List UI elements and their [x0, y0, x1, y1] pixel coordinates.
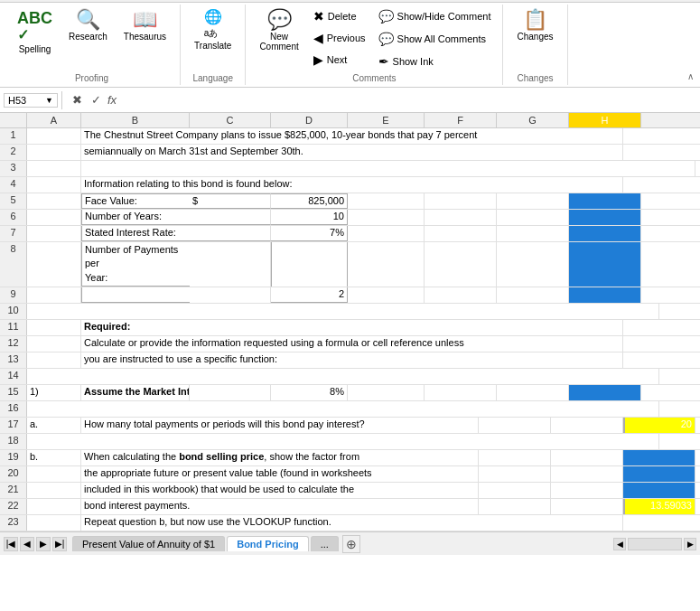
- cell-6b[interactable]: Number of Years:: [81, 210, 190, 225]
- cell-8f[interactable]: [425, 242, 497, 287]
- cell-8g[interactable]: [497, 242, 569, 287]
- cell-9e[interactable]: [348, 287, 425, 303]
- dropdown-icon[interactable]: ▼: [45, 96, 53, 105]
- cell-13-span[interactable]: you are instructed to use a specific fun…: [81, 352, 623, 368]
- cell-5c[interactable]: $: [190, 193, 271, 209]
- cell-9c[interactable]: [190, 287, 271, 303]
- cell-20-span[interactable]: the appropriate future or present value …: [81, 466, 479, 482]
- cell-6f[interactable]: [425, 210, 497, 225]
- cell-20g[interactable]: [551, 466, 623, 482]
- cell-6d[interactable]: 10: [271, 210, 348, 225]
- cell-2-span[interactable]: semiannually on March 31st and September…: [81, 145, 623, 160]
- tab-bond-pricing[interactable]: Bond Pricing: [227, 536, 308, 551]
- cell-14-span[interactable]: [27, 369, 659, 384]
- col-header-f[interactable]: F: [425, 113, 497, 127]
- cell-22h[interactable]: 13.59033: [623, 499, 695, 514]
- cell-19f[interactable]: [479, 450, 551, 465]
- cell-7g[interactable]: [497, 226, 569, 241]
- cell-21f[interactable]: [479, 483, 551, 498]
- cell-9b[interactable]: [81, 287, 190, 303]
- cell-6e[interactable]: [348, 210, 425, 225]
- cell-15g[interactable]: [497, 385, 569, 400]
- next-button[interactable]: ▶ Next: [309, 50, 370, 70]
- cell-12a[interactable]: [27, 336, 81, 352]
- cell-19h[interactable]: [623, 450, 695, 465]
- cell-7c[interactable]: [190, 226, 271, 241]
- col-header-e[interactable]: E: [348, 113, 425, 127]
- col-header-b[interactable]: B: [81, 113, 190, 127]
- cell-6g[interactable]: [497, 210, 569, 225]
- cell-22-span[interactable]: bond interest payments.: [81, 499, 479, 514]
- thesaurus-button[interactable]: 📖 Thesaurus: [117, 6, 173, 45]
- cell-23a[interactable]: [27, 515, 81, 531]
- cell-7h[interactable]: [569, 226, 641, 241]
- show-all-button[interactable]: 💬 Show All Comments: [374, 29, 496, 49]
- cell-11a[interactable]: [27, 320, 81, 335]
- cell-22g[interactable]: [551, 499, 623, 514]
- cell-9f[interactable]: [425, 287, 497, 303]
- cell-23-span[interactable]: Repeat question b, but now use the VLOOK…: [81, 515, 623, 531]
- cell-8c[interactable]: [190, 242, 271, 287]
- cell-15d[interactable]: 8%: [271, 385, 348, 400]
- cell-22a[interactable]: [27, 499, 81, 514]
- cell-5d[interactable]: 825,000: [271, 193, 348, 209]
- cell-8b[interactable]: Number of Payments perYear:: [81, 242, 190, 287]
- cell-15e[interactable]: [348, 385, 425, 400]
- cell-21g[interactable]: [551, 483, 623, 498]
- cell-15b[interactable]: Assume the Market Interest Rate is:: [81, 385, 190, 400]
- cell-15f[interactable]: [425, 385, 497, 400]
- cell-reference[interactable]: H53 ▼: [4, 93, 58, 108]
- cell-21-span[interactable]: included in this workbook) that would be…: [81, 483, 479, 498]
- translate-button[interactable]: 🌐aあ Translate: [188, 6, 238, 54]
- previous-button[interactable]: ◀ Previous: [309, 28, 370, 48]
- cell-7b[interactable]: Stated Interest Rate:: [81, 226, 190, 241]
- cell-10-span[interactable]: [27, 304, 659, 319]
- cell-7d[interactable]: 7%: [271, 226, 348, 241]
- cell-9g[interactable]: [497, 287, 569, 303]
- research-button[interactable]: 🔍 Research: [62, 6, 114, 45]
- confirm-formula-button[interactable]: ✓: [89, 92, 104, 108]
- cell-5f[interactable]: [425, 193, 497, 209]
- cell-15a[interactable]: 1): [27, 385, 81, 400]
- cell-3a[interactable]: [27, 161, 81, 176]
- cell-17f[interactable]: [479, 418, 551, 433]
- formula-input[interactable]: [126, 95, 696, 106]
- scroll-left[interactable]: ◀: [613, 538, 626, 550]
- cell-1-span[interactable]: The Chestnut Street Company plans to iss…: [81, 128, 623, 144]
- cell-9a[interactable]: [27, 287, 81, 303]
- cell-4-span[interactable]: Information relating to this bond is fou…: [81, 177, 623, 193]
- cell-19a[interactable]: b.: [27, 450, 81, 465]
- show-ink-button[interactable]: ✒ Show Ink: [374, 52, 496, 71]
- cell-13a[interactable]: [27, 352, 81, 368]
- cell-6h[interactable]: [569, 210, 641, 225]
- cell-5h[interactable]: [569, 193, 641, 209]
- tab-nav-first[interactable]: |◀: [4, 537, 18, 551]
- cell-21a[interactable]: [27, 483, 81, 498]
- cell-5a[interactable]: [27, 193, 81, 209]
- cell-8h[interactable]: [569, 242, 641, 287]
- cell-6c[interactable]: [190, 210, 271, 225]
- cell-19-span[interactable]: When calculating the bond selling price,…: [81, 450, 479, 465]
- cell-1a[interactable]: [27, 128, 81, 144]
- cell-8d[interactable]: [271, 242, 348, 287]
- changes-button[interactable]: 📋 Changes: [510, 6, 559, 45]
- tab-annuity[interactable]: Present Value of Annuity of $1: [72, 536, 225, 551]
- cell-20h[interactable]: [623, 466, 695, 482]
- cell-2a[interactable]: [27, 145, 81, 160]
- cell-18-span[interactable]: [27, 434, 659, 449]
- cell-7e[interactable]: [348, 226, 425, 241]
- cell-20a[interactable]: [27, 466, 81, 482]
- cell-16-span[interactable]: [27, 401, 659, 417]
- ribbon-collapse-button[interactable]: ∧: [687, 5, 696, 85]
- cell-19g[interactable]: [551, 450, 623, 465]
- cell-17h[interactable]: 20: [623, 418, 695, 433]
- cell-5b[interactable]: Face Value:: [81, 193, 190, 209]
- cell-5g[interactable]: [497, 193, 569, 209]
- cell-15h[interactable]: [569, 385, 641, 400]
- tab-nav-prev[interactable]: ◀: [20, 537, 34, 551]
- cell-3-span[interactable]: [81, 161, 695, 176]
- cell-22f[interactable]: [479, 499, 551, 514]
- cell-7f[interactable]: [425, 226, 497, 241]
- col-header-g[interactable]: G: [497, 113, 569, 127]
- add-sheet-button[interactable]: ⊕: [342, 535, 360, 553]
